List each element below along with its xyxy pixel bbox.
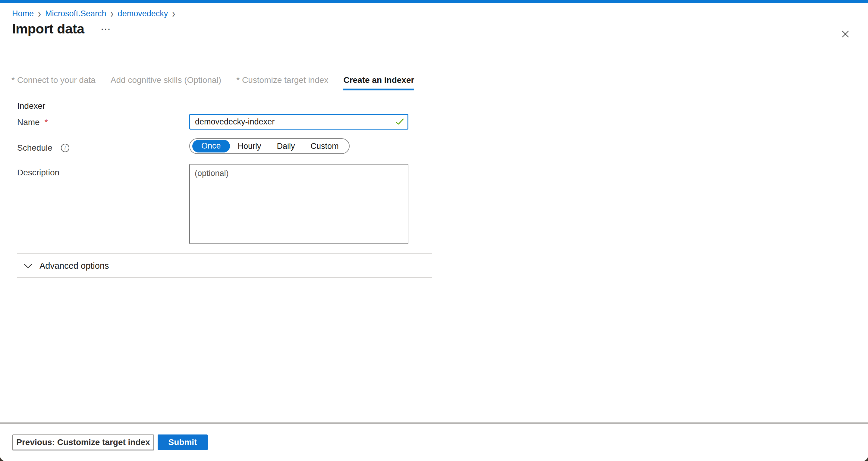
schedule-field-label: Schedule i [17, 143, 69, 153]
breadcrumb-item-home[interactable]: Home [12, 8, 34, 19]
tab-add-cognitive-skills[interactable]: Add cognitive skills (Optional) [111, 75, 221, 90]
chevron-right-icon: › [172, 8, 175, 19]
advanced-options-toggle[interactable]: Advanced options [24, 261, 109, 271]
chevron-down-icon [24, 264, 32, 269]
tab-label: Connect to your data [17, 75, 96, 85]
schedule-option-custom[interactable]: Custom [303, 140, 347, 152]
indexer-section-heading: Indexer [17, 101, 45, 111]
tab-customize-target-index[interactable]: * Customize target index [236, 75, 328, 90]
schedule-segmented-control: Once Hourly Daily Custom [189, 138, 350, 154]
chevron-right-icon: › [38, 8, 41, 19]
breadcrumb-item-microsoft-search[interactable]: Microsoft.Search [45, 8, 106, 19]
close-icon [840, 29, 851, 39]
import-data-page: Home › Microsoft.Search › demovedecky › … [0, 0, 868, 461]
divider [17, 253, 432, 254]
advanced-options-label: Advanced options [39, 261, 109, 271]
wizard-tabs: * Connect to your data Add cognitive ski… [11, 75, 414, 90]
valid-checkmark-icon [395, 118, 404, 126]
tab-connect-to-your-data[interactable]: * Connect to your data [11, 75, 96, 90]
submit-button[interactable]: Submit [158, 434, 208, 450]
schedule-label-text: Schedule [17, 143, 53, 153]
name-field-wrapper [189, 114, 408, 129]
info-icon[interactable]: i [61, 144, 69, 152]
required-star: * [11, 75, 15, 85]
tab-label: Create an indexer [343, 75, 414, 85]
tab-label: Add cognitive skills (Optional) [111, 75, 221, 85]
schedule-option-hourly[interactable]: Hourly [230, 140, 269, 152]
breadcrumb: Home › Microsoft.Search › demovedecky › [12, 8, 175, 19]
title-row: Import data ⋯ [12, 21, 111, 37]
ellipsis-icon: ⋯ [101, 23, 111, 35]
schedule-option-daily[interactable]: Daily [269, 140, 303, 152]
tab-create-an-indexer[interactable]: Create an indexer [343, 75, 414, 90]
divider [17, 277, 432, 278]
close-button[interactable] [838, 27, 852, 41]
description-label-text: Description [17, 168, 59, 178]
description-field-label: Description [17, 168, 59, 178]
name-label-text: Name [17, 118, 40, 127]
indexer-name-input[interactable] [189, 114, 408, 129]
description-textarea[interactable] [189, 164, 408, 244]
name-field-label: Name* [17, 118, 48, 127]
footer-divider [0, 423, 868, 424]
more-options-button[interactable]: ⋯ [101, 24, 111, 34]
required-star: * [236, 75, 240, 85]
tab-label: Customize target index [242, 75, 328, 85]
chevron-right-icon: › [111, 8, 114, 19]
required-asterisk: * [44, 118, 48, 127]
breadcrumb-item-demovedecky[interactable]: demovedecky [118, 8, 168, 19]
previous-step-button[interactable]: Previous: Customize target index [12, 434, 154, 450]
schedule-option-once[interactable]: Once [192, 140, 230, 152]
azure-accent-bar [0, 0, 868, 3]
page-title: Import data [12, 21, 84, 37]
